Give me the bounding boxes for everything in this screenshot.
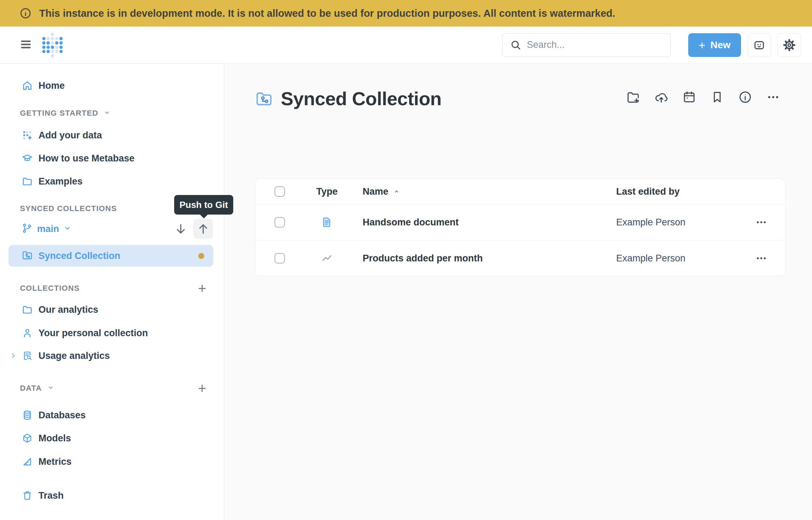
document-icon xyxy=(321,217,333,228)
sidebar-item-models[interactable]: Models xyxy=(0,427,224,449)
folder-plus-icon xyxy=(626,90,640,104)
select-all-checkbox[interactable] xyxy=(275,186,285,197)
metabot-icon xyxy=(753,39,765,51)
sidebar-item-databases[interactable]: Databases xyxy=(0,404,224,426)
ellipsis-icon xyxy=(767,91,779,103)
chevron-right-icon[interactable] xyxy=(9,352,17,360)
column-header-last-edited-by[interactable]: Last edited by xyxy=(616,186,680,197)
push-to-git-tooltip: Push to Git xyxy=(174,195,233,215)
new-collection-button[interactable] xyxy=(625,88,642,106)
gear-icon xyxy=(783,38,796,52)
collection-header: Synced Collection xyxy=(255,88,442,109)
bookmark-button[interactable] xyxy=(708,88,726,106)
section-collections: COLLECTIONS + xyxy=(0,277,224,299)
collection-items-table: Type Name Last edited by xyxy=(255,179,785,276)
sidebar-item-label: Databases xyxy=(38,410,86,421)
app-window: This instance is in development mode. It… xyxy=(0,0,812,520)
sidebar-item-label: Models xyxy=(38,433,71,444)
sidebar-item-our-analytics[interactable]: Our analytics xyxy=(0,299,224,320)
events-button[interactable] xyxy=(681,88,698,106)
push-to-git-button[interactable] xyxy=(193,219,213,239)
sidebar-item-label: Usage analytics xyxy=(38,351,110,361)
branch-name: main xyxy=(37,224,59,234)
column-header-type[interactable]: Type xyxy=(316,186,337,197)
sidebar-item-home[interactable]: Home xyxy=(0,75,224,96)
sidebar-item-personal-collection[interactable]: Your personal collection xyxy=(0,322,224,344)
sidebar-item-label: Our analytics xyxy=(38,304,98,315)
pull-from-git-button[interactable] xyxy=(171,219,191,239)
chevron-down-icon xyxy=(47,384,55,393)
settings-button[interactable] xyxy=(777,33,801,57)
cloud-upload-icon xyxy=(654,90,668,104)
person-icon xyxy=(22,328,33,338)
collection-info-button[interactable] xyxy=(736,88,754,106)
section-title: DATA xyxy=(20,384,42,393)
sidebar-item-usage-analytics[interactable]: Usage analytics xyxy=(0,345,224,367)
search-field[interactable] xyxy=(527,39,663,50)
sidebar-item-add-your-data[interactable]: Add your data xyxy=(0,124,224,146)
section-getting-started[interactable]: GETTING STARTED xyxy=(0,102,224,124)
sort-ascending-icon xyxy=(393,188,400,195)
sidebar-item-label: How to use Metabase xyxy=(38,153,135,164)
table-row[interactable]: Handsome document Example Person xyxy=(255,204,785,240)
section-title: COLLECTIONS xyxy=(20,284,80,293)
model-cube-icon xyxy=(22,433,33,443)
search-input[interactable] xyxy=(502,33,671,57)
search-icon xyxy=(510,39,521,51)
bookmark-icon xyxy=(711,91,724,104)
section-title: GETTING STARTED xyxy=(20,109,98,118)
row-more-button[interactable] xyxy=(755,216,767,228)
collection-more-button[interactable] xyxy=(764,88,782,106)
sidebar-item-label: Examples xyxy=(38,176,83,187)
sidebar-item-label: Trash xyxy=(38,490,64,501)
git-branch-icon xyxy=(22,223,33,235)
chevron-down-icon xyxy=(63,224,72,234)
item-name[interactable]: Handsome document xyxy=(363,217,459,228)
new-button[interactable]: + New xyxy=(688,33,741,57)
table-header-row: Type Name Last edited by xyxy=(255,179,785,204)
section-data[interactable]: DATA + xyxy=(0,377,224,399)
collection-actions xyxy=(625,88,782,106)
unsynced-changes-dot xyxy=(198,253,204,259)
top-bar: + New xyxy=(0,27,812,64)
chevron-down-icon xyxy=(103,109,111,118)
dev-mode-banner: This instance is in development mode. It… xyxy=(0,0,812,27)
arrow-up-icon xyxy=(196,222,210,236)
line-chart-icon xyxy=(321,252,333,264)
home-icon xyxy=(22,80,33,91)
page-title: Synced Collection xyxy=(281,88,442,109)
sidebar-item-how-to-use-metabase[interactable]: How to use Metabase xyxy=(0,147,224,169)
plus-icon: + xyxy=(699,39,706,51)
folder-icon xyxy=(22,304,33,315)
ellipsis-icon xyxy=(755,216,767,228)
sidebar-item-examples[interactable]: Examples xyxy=(0,171,224,192)
sidebar-item-synced-collection[interactable]: Synced Collection xyxy=(8,245,213,267)
table-row[interactable]: Products added per month Example Person xyxy=(255,240,785,276)
synced-folder-icon xyxy=(22,250,33,262)
arrow-down-icon xyxy=(174,222,188,236)
add-database-button[interactable]: + xyxy=(194,381,210,396)
upload-button[interactable] xyxy=(653,88,670,106)
hamburger-menu-icon[interactable] xyxy=(21,40,31,50)
new-button-label: New xyxy=(710,39,731,51)
item-last-edited-by: Example Person xyxy=(616,253,685,263)
row-more-button[interactable] xyxy=(755,252,767,264)
sidebar-item-label: Add your data xyxy=(38,130,102,141)
trash-icon xyxy=(22,490,33,501)
sidebar-item-metrics[interactable]: Metrics xyxy=(0,451,224,472)
info-icon xyxy=(738,90,752,104)
metabot-button[interactable] xyxy=(747,33,771,57)
sidebar-item-trash[interactable]: Trash xyxy=(0,485,224,506)
item-name[interactable]: Products added per month xyxy=(363,253,483,264)
row-checkbox[interactable] xyxy=(275,217,285,228)
metabase-logo[interactable] xyxy=(41,31,64,59)
folder-icon xyxy=(22,176,33,187)
section-title: SYNCED COLLECTIONS xyxy=(20,204,117,213)
column-header-name[interactable]: Name xyxy=(363,186,389,197)
add-collection-button[interactable]: + xyxy=(194,281,210,296)
row-checkbox[interactable] xyxy=(275,253,285,263)
item-last-edited-by: Example Person xyxy=(616,217,685,228)
sidebar-item-label: Metrics xyxy=(38,456,72,467)
sidebar: Home GETTING STARTED Add your data xyxy=(0,64,224,520)
database-icon xyxy=(22,410,33,420)
